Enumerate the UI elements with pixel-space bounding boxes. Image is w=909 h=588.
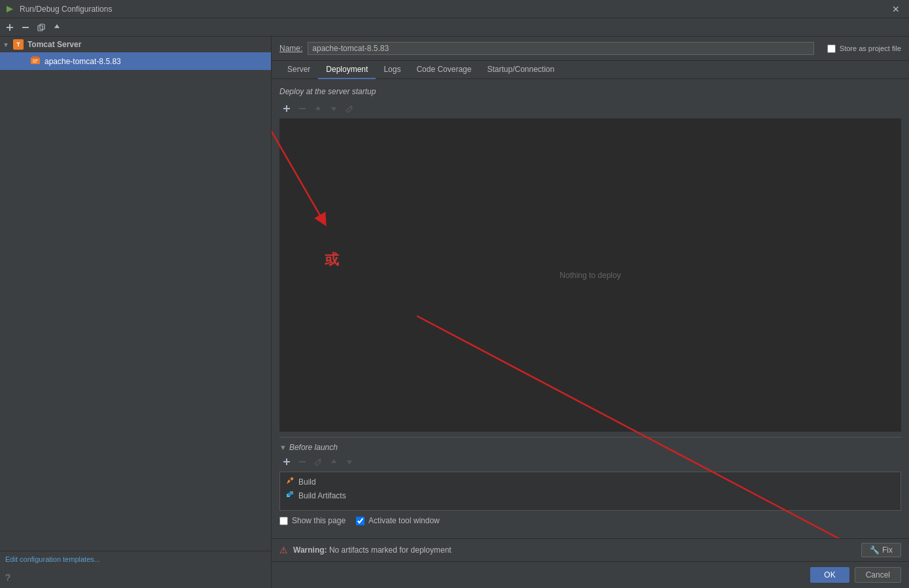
toolbar bbox=[0, 18, 909, 37]
tab-logs[interactable]: Logs bbox=[376, 61, 408, 79]
chinese-or-char: 或 bbox=[325, 250, 339, 269]
deploy-toolbar bbox=[279, 101, 901, 116]
copy-config-button[interactable] bbox=[34, 20, 48, 35]
name-label: Name: bbox=[279, 44, 302, 53]
svg-rect-9 bbox=[33, 60, 38, 61]
svg-rect-8 bbox=[32, 56, 39, 58]
fix-button[interactable]: 🔧 Fix bbox=[861, 543, 901, 557]
dialog-buttons: OK Cancel bbox=[272, 561, 909, 588]
tab-startup[interactable]: Startup/Connection bbox=[479, 61, 562, 79]
tree-child-icon bbox=[30, 55, 41, 67]
main-layout: ▼ T Tomcat Server apache-tomcat-8.5.83 E… bbox=[0, 37, 909, 588]
show-page-label: Show this page bbox=[292, 516, 346, 525]
build-icon bbox=[285, 476, 294, 487]
help-button[interactable]: ? bbox=[0, 567, 271, 588]
tree-parent-label: Tomcat Server bbox=[27, 40, 81, 49]
build-artifacts-icon bbox=[285, 490, 294, 501]
warning-text: Warning: No artifacts marked for deploym… bbox=[293, 545, 856, 555]
remove-config-button[interactable] bbox=[18, 20, 33, 35]
tab-coverage[interactable]: Code Coverage bbox=[408, 61, 479, 79]
store-checkbox-row: Store as project file bbox=[827, 44, 901, 53]
before-launch-list: Build Build Artifacts bbox=[279, 472, 901, 511]
bl-remove-button[interactable] bbox=[295, 455, 310, 469]
svg-rect-13 bbox=[299, 108, 306, 109]
fix-icon: 🔧 bbox=[870, 545, 880, 555]
bl-build-artifacts-label: Build Artifacts bbox=[298, 491, 346, 500]
bl-item-build[interactable]: Build bbox=[280, 475, 900, 489]
right-panel: Name: Store as project file Server Deplo… bbox=[272, 37, 909, 588]
activate-tool-checkbox[interactable] bbox=[356, 517, 365, 525]
show-page-option: Show this page bbox=[279, 516, 346, 525]
fix-label: Fix bbox=[882, 545, 893, 555]
tree-expand-arrow: ▼ bbox=[3, 41, 9, 48]
warning-icon: ⚠ bbox=[279, 545, 288, 555]
tab-server[interactable]: Server bbox=[279, 61, 318, 79]
store-label: Store as project file bbox=[840, 44, 901, 52]
before-launch-toggle[interactable]: ▼ bbox=[279, 443, 287, 451]
edit-templates-link[interactable]: Edit configuration templates... bbox=[0, 551, 271, 567]
warning-detail: No artifacts marked for deployment bbox=[329, 545, 452, 555]
tree-parent-tomcat[interactable]: ▼ T Tomcat Server bbox=[0, 37, 271, 52]
svg-rect-7 bbox=[31, 58, 40, 64]
svg-marker-24 bbox=[347, 460, 352, 464]
tomcat-icon: T bbox=[13, 39, 24, 50]
svg-rect-2 bbox=[7, 27, 13, 28]
before-launch-label: Before launch bbox=[289, 443, 338, 452]
tab-deployment[interactable]: Deployment bbox=[318, 61, 376, 79]
left-panel: ▼ T Tomcat Server apache-tomcat-8.5.83 E… bbox=[0, 37, 272, 588]
svg-rect-21 bbox=[283, 461, 290, 462]
before-launch-toolbar bbox=[279, 455, 901, 469]
store-checkbox[interactable] bbox=[827, 44, 836, 53]
svg-rect-12 bbox=[283, 108, 290, 109]
add-config-button[interactable] bbox=[3, 20, 17, 35]
warning-label: Warning: bbox=[293, 545, 327, 555]
before-launch-header: ▼ Before launch bbox=[279, 443, 901, 452]
bl-build-label: Build bbox=[298, 477, 316, 487]
deploy-list: Nothing to deploy 或 bbox=[279, 118, 901, 432]
bl-up-button[interactable] bbox=[327, 455, 341, 469]
bl-add-button[interactable] bbox=[279, 455, 294, 469]
bl-item-build-artifacts[interactable]: Build Artifacts bbox=[280, 489, 900, 502]
dialog-title: Run/Debug Configurations bbox=[20, 5, 883, 14]
svg-rect-28 bbox=[288, 493, 291, 496]
deploy-up-button[interactable] bbox=[311, 101, 325, 116]
tabs-bar: Server Deployment Logs Code Coverage Sta… bbox=[272, 61, 909, 79]
tree-child-label: apache-tomcat-8.5.83 bbox=[45, 57, 121, 66]
deploy-section-label: Deploy at the server startup bbox=[279, 87, 901, 96]
content-area: Deploy at the server startup bbox=[272, 79, 909, 538]
close-button[interactable]: ✕ bbox=[888, 3, 904, 16]
before-launch-section: ▼ Before launch bbox=[279, 437, 901, 511]
activate-tool-label: Activate tool window bbox=[368, 516, 440, 525]
svg-marker-0 bbox=[7, 6, 13, 12]
svg-rect-25 bbox=[290, 477, 294, 481]
name-row: Name: Store as project file bbox=[272, 37, 909, 61]
svg-rect-10 bbox=[33, 61, 37, 63]
title-bar: Run/Debug Configurations ✕ bbox=[0, 0, 909, 18]
nothing-to-deploy-label: Nothing to deploy bbox=[560, 271, 620, 280]
bl-edit-button[interactable] bbox=[311, 455, 325, 469]
svg-marker-15 bbox=[331, 107, 336, 111]
svg-marker-14 bbox=[315, 106, 321, 110]
deploy-remove-button[interactable] bbox=[295, 101, 310, 116]
cancel-button[interactable]: Cancel bbox=[855, 567, 901, 583]
svg-marker-23 bbox=[331, 459, 336, 463]
bottom-options: Show this page Activate tool window bbox=[279, 511, 901, 530]
bl-down-button[interactable] bbox=[342, 455, 357, 469]
svg-rect-3 bbox=[22, 27, 29, 28]
svg-rect-22 bbox=[299, 461, 306, 462]
deploy-edit-button[interactable] bbox=[342, 101, 357, 116]
tree-child-apache[interactable]: apache-tomcat-8.5.83 bbox=[0, 52, 271, 70]
app-icon bbox=[5, 5, 14, 14]
svg-marker-6 bbox=[54, 24, 60, 28]
show-page-checkbox[interactable] bbox=[279, 517, 288, 525]
move-config-button[interactable] bbox=[50, 20, 64, 35]
deploy-section: Deploy at the server startup bbox=[279, 87, 901, 432]
deploy-add-button[interactable] bbox=[279, 101, 294, 116]
warning-bar: ⚠ Warning: No artifacts marked for deplo… bbox=[272, 538, 909, 561]
ok-button[interactable]: OK bbox=[810, 567, 849, 583]
name-input[interactable] bbox=[308, 42, 814, 55]
deploy-down-button[interactable] bbox=[327, 101, 341, 116]
activate-tool-option: Activate tool window bbox=[356, 516, 440, 525]
